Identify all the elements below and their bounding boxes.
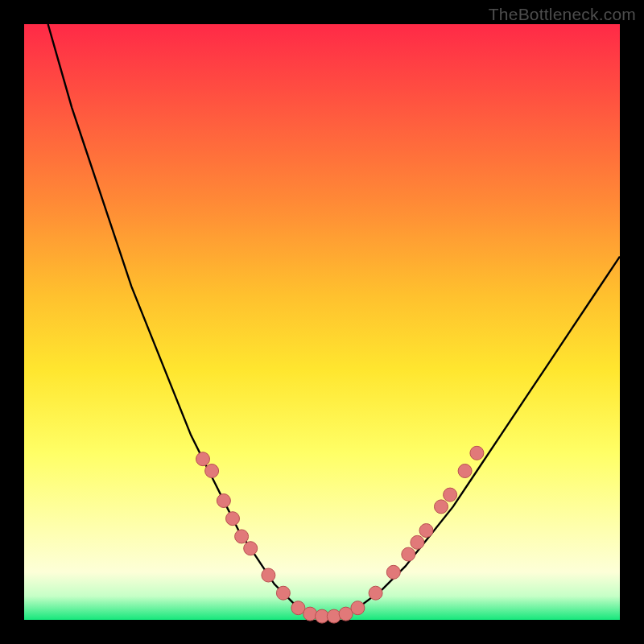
curve-marker bbox=[351, 601, 365, 615]
curve-marker bbox=[411, 535, 424, 549]
curve-marker bbox=[327, 609, 341, 623]
curve-marker bbox=[244, 542, 258, 555]
curve-marker bbox=[303, 607, 317, 621]
chart-plot-area bbox=[24, 24, 620, 620]
curve-marker bbox=[435, 500, 448, 514]
curve-marker bbox=[262, 568, 275, 582]
chart-svg bbox=[24, 24, 620, 620]
chart-frame: TheBottleneck.com bbox=[0, 0, 644, 644]
curve-marker bbox=[196, 452, 210, 466]
curve-marker bbox=[226, 512, 240, 526]
curve-marker bbox=[217, 494, 230, 508]
curve-marker bbox=[276, 586, 290, 600]
watermark-text: TheBottleneck.com bbox=[489, 5, 636, 24]
curve-marker bbox=[470, 446, 484, 460]
curve-marker bbox=[402, 547, 415, 561]
marker-group bbox=[196, 446, 484, 623]
curve-marker bbox=[369, 586, 382, 600]
curve-marker bbox=[235, 530, 249, 543]
curve-marker bbox=[205, 464, 219, 478]
curve-marker bbox=[458, 464, 472, 478]
bottleneck-curve bbox=[48, 24, 620, 617]
curve-marker bbox=[444, 488, 457, 502]
curve-marker bbox=[386, 565, 400, 579]
curve-marker bbox=[419, 524, 433, 538]
